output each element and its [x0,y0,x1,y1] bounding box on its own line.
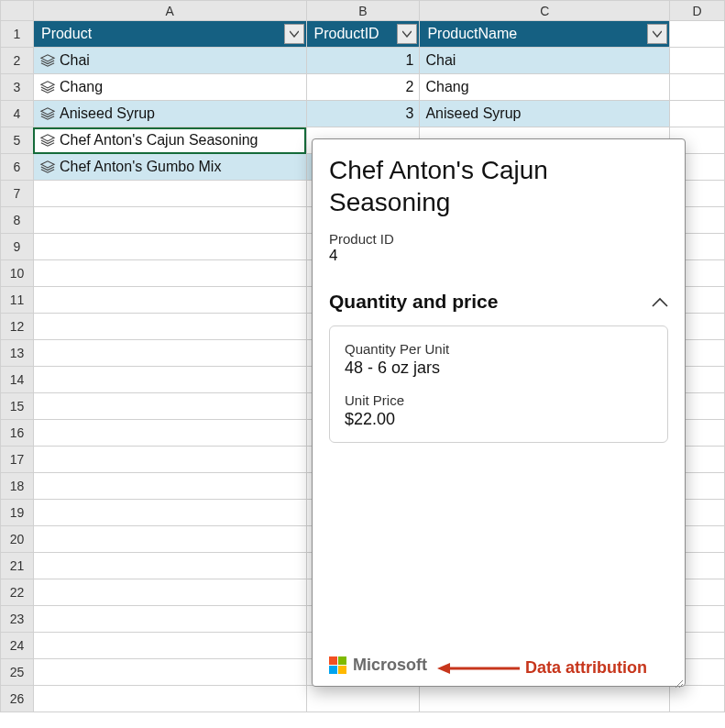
cell-B3[interactable]: 2 [306,74,420,101]
row-header[interactable]: 8 [1,207,34,234]
datatype-card: Chef Anton's Cajun Seasoning Product ID … [312,138,686,687]
row-header[interactable]: 9 [1,234,34,260]
row-header[interactable]: 19 [1,500,34,526]
filter-button[interactable] [397,24,417,44]
row-header[interactable]: 4 [1,101,34,127]
row-header[interactable]: 25 [1,659,34,686]
cell[interactable] [33,686,306,712]
cell-A2[interactable]: Chai [33,48,306,74]
cell-A3[interactable]: Chang [33,74,306,101]
card-productid-label: Product ID [329,231,668,247]
row-header[interactable]: 24 [1,633,34,659]
filter-button[interactable] [284,24,304,44]
col-header-B[interactable]: B [306,1,420,21]
row-header[interactable]: 14 [1,367,34,393]
cell-A5-selected[interactable]: Chef Anton's Cajun Seasoning [33,127,306,154]
datatype-icon [39,106,56,121]
row-header[interactable]: 15 [1,393,34,420]
col-header-A[interactable]: A [33,1,306,21]
card-productid-value: 4 [329,247,668,265]
grid-corner[interactable] [1,1,34,21]
row-header[interactable]: 7 [1,181,34,207]
cell[interactable] [33,633,306,659]
cell[interactable] [33,207,306,234]
row-header[interactable]: 21 [1,553,34,579]
row-header[interactable]: 6 [1,154,34,181]
microsoft-logo-icon [329,656,347,675]
header-label: ProductID [314,26,379,41]
row-header[interactable]: 20 [1,526,34,553]
cell[interactable] [33,447,306,473]
cell[interactable] [33,393,306,420]
cell-A4[interactable]: Aniseed Syrup [33,101,306,127]
row-header[interactable]: 13 [1,340,34,367]
cell[interactable] [33,606,306,633]
cell[interactable] [33,420,306,447]
chevron-up-icon [652,291,668,313]
cell-A6[interactable]: Chef Anton's Gumbo Mix [33,154,306,181]
row-header[interactable]: 1 [1,21,34,48]
row-header[interactable]: 23 [1,606,34,633]
cell[interactable] [33,340,306,367]
datatype-icon [39,160,56,174]
cell[interactable] [33,579,306,606]
cell[interactable] [420,686,670,712]
cell-C3[interactable]: Chang [420,74,670,101]
row-header[interactable]: 12 [1,314,34,340]
cell[interactable] [33,234,306,260]
cell[interactable] [33,659,306,686]
row-header[interactable]: 10 [1,260,34,287]
cell-D2[interactable] [670,48,725,74]
card-title: Chef Anton's Cajun Seasoning [329,154,668,218]
cell-B4[interactable]: 3 [306,101,420,127]
col-header-D[interactable]: D [670,1,725,21]
row-header[interactable]: 3 [1,74,34,101]
datatype-icon [39,133,56,148]
filter-button[interactable] [647,24,667,44]
row-header[interactable]: 16 [1,420,34,447]
row-header[interactable]: 26 [1,686,34,712]
card-attribution[interactable]: Microsoft [329,656,427,675]
row-header[interactable]: 11 [1,287,34,314]
resize-handle-icon[interactable] [674,675,683,684]
cell-text: Aniseed Syrup [60,105,155,121]
cell[interactable] [33,314,306,340]
table-header-productname[interactable]: ProductName [420,21,670,48]
annotation: Data attribution [437,658,647,678]
cell-B2[interactable]: 1 [306,48,420,74]
card-qpu-value: 48 - 6 oz jars [345,358,653,378]
col-header-C[interactable]: C [420,1,670,21]
cell[interactable] [33,553,306,579]
row-header[interactable]: 2 [1,48,34,74]
table-header-product[interactable]: Product [33,21,306,48]
cell[interactable] [33,181,306,207]
cell-C4[interactable]: Aniseed Syrup [420,101,670,127]
row-header[interactable]: 22 [1,579,34,606]
attribution-text: Microsoft [353,656,427,675]
card-section-title: Quantity and price [329,291,498,313]
cell-text: Chai [60,52,90,68]
row-header[interactable]: 17 [1,447,34,473]
card-section-box: Quantity Per Unit 48 - 6 oz jars Unit Pr… [329,325,668,443]
cell[interactable] [33,526,306,553]
cell[interactable] [33,473,306,500]
card-qpu-label: Quantity Per Unit [345,341,653,357]
cell[interactable] [33,260,306,287]
svg-marker-1 [437,663,450,674]
cell-D1[interactable] [670,21,725,48]
cell-D4[interactable] [670,101,725,127]
cell[interactable] [306,686,420,712]
card-section-header[interactable]: Quantity and price [329,291,668,313]
card-price-label: Unit Price [345,392,653,408]
table-header-productid[interactable]: ProductID [306,21,420,48]
row-header[interactable]: 5 [1,127,34,154]
cell-D3[interactable] [670,74,725,101]
cell-text: Chef Anton's Cajun Seasoning [60,132,258,148]
header-label: Product [41,26,92,41]
cell[interactable] [33,367,306,393]
row-header[interactable]: 18 [1,473,34,500]
cell[interactable] [33,287,306,314]
cell[interactable] [670,686,725,712]
cell[interactable] [33,500,306,526]
cell-C2[interactable]: Chai [420,48,670,74]
